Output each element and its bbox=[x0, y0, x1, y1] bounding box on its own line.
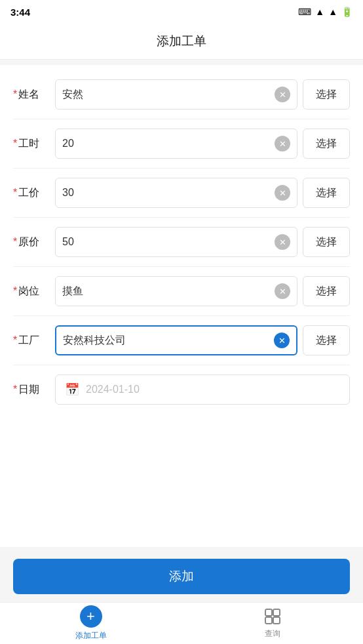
svg-rect-1 bbox=[273, 609, 280, 616]
position-input-wrapper: ✕ bbox=[55, 276, 297, 306]
svg-rect-3 bbox=[273, 617, 280, 624]
nav-label-query: 查询 bbox=[265, 628, 280, 639]
position-select-button[interactable]: 选择 bbox=[303, 276, 350, 306]
factory-clear-button[interactable]: ✕ bbox=[274, 332, 290, 348]
hours-row: *工时 ✕ 选择 bbox=[13, 119, 350, 169]
signal-icon: ▲ bbox=[328, 7, 337, 17]
date-value: 2024-01-10 bbox=[86, 384, 140, 395]
calendar-icon: 📅 bbox=[65, 382, 79, 397]
bottom-nav: + 添加工单 查询 bbox=[0, 602, 363, 644]
submit-button[interactable]: 添加 bbox=[13, 559, 350, 594]
status-bar: 3:44 ⌨ ▲ ▲ 🔋 bbox=[0, 0, 363, 24]
position-row: *岗位 ✕ 选择 bbox=[13, 267, 350, 316]
original-price-clear-button[interactable]: ✕ bbox=[275, 234, 290, 250]
date-row: *日期 📅 2024-01-10 bbox=[13, 365, 350, 414]
original-price-select-button[interactable]: 选择 bbox=[303, 227, 350, 257]
svg-rect-2 bbox=[265, 617, 272, 624]
hours-clear-button[interactable]: ✕ bbox=[275, 136, 290, 151]
hours-select-button[interactable]: 选择 bbox=[303, 129, 350, 159]
original-price-input[interactable] bbox=[62, 236, 272, 248]
date-label: *日期 bbox=[13, 383, 48, 397]
original-price-label: *原价 bbox=[13, 235, 48, 249]
original-price-input-wrapper: ✕ bbox=[55, 227, 297, 257]
form-area: *姓名 ✕ 选择 *工时 ✕ 选择 *工价 bbox=[0, 65, 363, 547]
factory-label: *工厂 bbox=[13, 334, 48, 348]
hours-input-wrapper: ✕ bbox=[55, 129, 297, 159]
name-row: *姓名 ✕ 选择 bbox=[13, 70, 350, 119]
page-title: 添加工单 bbox=[157, 34, 206, 48]
svg-rect-0 bbox=[265, 609, 272, 616]
price-label: *工价 bbox=[13, 186, 48, 200]
grid-icon bbox=[263, 607, 282, 626]
factory-row: *工厂 ✕ 选择 bbox=[13, 316, 350, 365]
position-clear-button[interactable]: ✕ bbox=[275, 283, 290, 299]
original-price-row: *原价 ✕ 选择 bbox=[13, 218, 350, 267]
position-label: *岗位 bbox=[13, 285, 48, 298]
nav-label-add: 添加工单 bbox=[75, 630, 107, 641]
page-header: 添加工单 bbox=[0, 24, 363, 60]
name-input[interactable] bbox=[62, 89, 272, 100]
price-input-wrapper: ✕ bbox=[55, 178, 297, 208]
position-input[interactable] bbox=[62, 285, 272, 297]
date-field[interactable]: 📅 2024-01-10 bbox=[55, 374, 350, 405]
hours-input[interactable] bbox=[62, 138, 272, 150]
name-select-button[interactable]: 选择 bbox=[303, 79, 350, 110]
factory-input[interactable] bbox=[63, 334, 271, 346]
nav-item-add-work-order[interactable]: + 添加工单 bbox=[0, 603, 182, 644]
price-input[interactable] bbox=[62, 187, 272, 199]
keyboard-icon: ⌨ bbox=[298, 7, 311, 17]
factory-select-button[interactable]: 选择 bbox=[303, 325, 350, 355]
name-clear-button[interactable]: ✕ bbox=[275, 87, 290, 102]
wifi-icon: ▲ bbox=[315, 7, 324, 17]
name-label: *姓名 bbox=[13, 88, 48, 102]
status-time: 3:44 bbox=[10, 7, 30, 18]
name-input-wrapper: ✕ bbox=[55, 79, 297, 110]
price-clear-button[interactable]: ✕ bbox=[275, 185, 290, 201]
price-select-button[interactable]: 选择 bbox=[303, 178, 350, 208]
add-icon: + bbox=[80, 605, 102, 628]
price-row: *工价 ✕ 选择 bbox=[13, 169, 350, 218]
hours-label: *工时 bbox=[13, 137, 48, 151]
factory-input-wrapper: ✕ bbox=[55, 325, 297, 355]
battery-icon: 🔋 bbox=[341, 7, 353, 17]
nav-item-query[interactable]: 查询 bbox=[182, 603, 363, 644]
